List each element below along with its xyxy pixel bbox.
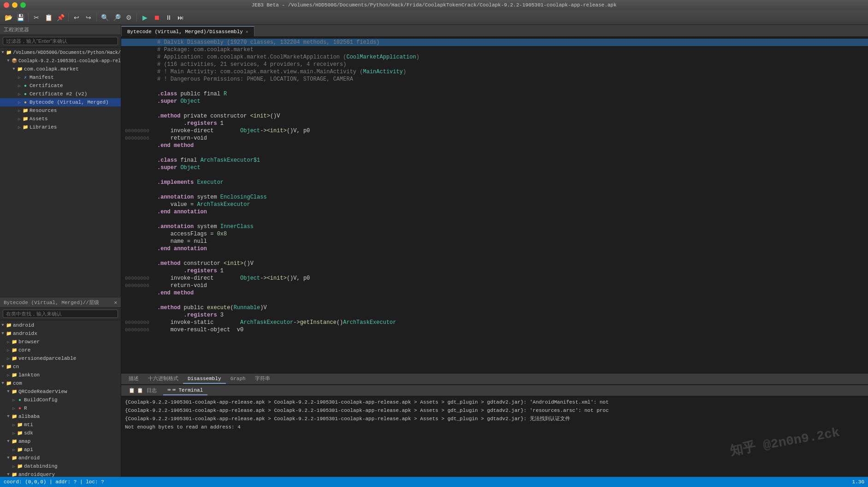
- list-item[interactable]: ▼ 📁 amap: [0, 437, 121, 446]
- list-item[interactable]: ▷ 📁 versionedparcelable: [0, 354, 121, 363]
- code-line: .end method: [121, 289, 868, 297]
- list-item[interactable]: ▷ 📁 browser: [0, 338, 121, 346]
- toolbar-paste[interactable]: 📌: [55, 12, 66, 23]
- sidebar2-search-input[interactable]: [3, 310, 118, 318]
- line-content: .annotation system EnclosingClass: [157, 194, 864, 201]
- line-content: invoke-static ArchTaskExecutor->getInsta…: [157, 319, 864, 326]
- folder-icon: 📁: [11, 372, 18, 378]
- tree-label: amap: [18, 439, 30, 444]
- tree-item-assets[interactable]: ▷ 📁 Assets: [0, 115, 121, 123]
- line-addr: [125, 76, 157, 83]
- tab-close-button[interactable]: ✕: [246, 29, 248, 35]
- toolbar-cut[interactable]: ✂: [31, 12, 42, 23]
- toolbar-pause[interactable]: ⏸: [163, 12, 174, 23]
- tree-toggle: ▷: [17, 116, 22, 122]
- list-item[interactable]: ▷ 📁 core: [0, 346, 121, 354]
- tree-label: android: [13, 323, 34, 328]
- code-line: [121, 105, 868, 112]
- tree-item-root[interactable]: ▼ 📁 /Volumes/HDD500G/Documents/Python/Ha…: [0, 48, 121, 57]
- maximize-button[interactable]: [20, 2, 26, 8]
- tree-toggle: ▷: [6, 356, 11, 361]
- code-line: [121, 216, 868, 223]
- line-addr: [125, 61, 157, 68]
- line-content: .end annotation: [157, 208, 864, 216]
- statusbar-right: 1.3G: [852, 479, 864, 485]
- folder-icon: 📁: [6, 322, 12, 329]
- list-item[interactable]: ▼ 📁 alibaba: [0, 412, 121, 421]
- list-item[interactable]: ▷ 📁 lankton: [0, 371, 121, 379]
- tab-label: Disassembly: [188, 376, 221, 381]
- tree-item-bytecode[interactable]: ▷ ● Bytecode (Virtual, Merged): [0, 98, 121, 106]
- list-item[interactable]: ▷ ● BuildConfig: [0, 396, 121, 404]
- tab-label: 十六进制格式: [148, 375, 178, 382]
- line-content: .super Object: [157, 164, 864, 171]
- list-item[interactable]: ▼ 📁 QRCodeReaderView: [0, 387, 121, 396]
- list-item[interactable]: ▷ 📁 mti: [0, 421, 121, 429]
- line-content: # (116 activities, 21 services, 4 provid…: [157, 61, 864, 68]
- code-line: 00000006 return-void: [121, 282, 868, 289]
- toolbar-zoom[interactable]: 🔎: [111, 12, 122, 23]
- list-item[interactable]: ▷ 📁 api: [0, 446, 121, 454]
- list-item[interactable]: ▷ 📁 databinding: [0, 462, 121, 470]
- tree-item-cert2[interactable]: ▷ ● Certificate #2 (v2): [0, 90, 121, 98]
- tree-label: core: [18, 347, 30, 353]
- terminal-output[interactable]: {Coolapk-9.2.2-1905301-coolapk-app-relea…: [121, 396, 868, 477]
- sidebar2-close[interactable]: ✕: [114, 299, 117, 305]
- list-item[interactable]: ▼ 📁 android: [0, 454, 121, 462]
- line-content: return-void: [157, 282, 864, 289]
- toolbar-open[interactable]: 📂: [3, 12, 14, 23]
- code-line: # Application: com.coolapk.market.CoolMa…: [121, 53, 868, 61]
- tree-label: browser: [18, 339, 40, 345]
- tree-toggle: ▼: [6, 414, 11, 419]
- folder-icon: 📁: [11, 455, 18, 461]
- tree-label: com.coolapk.market: [24, 66, 79, 72]
- list-item[interactable]: ▼ 📁 cn: [0, 363, 121, 371]
- code-line: [121, 252, 868, 260]
- tab-strings[interactable]: 字符串: [250, 375, 275, 384]
- tab-describe[interactable]: 描述: [124, 375, 143, 384]
- tab-log[interactable]: 📋 📋 日志: [124, 386, 161, 395]
- toolbar-save[interactable]: 💾: [15, 12, 26, 23]
- tree-item-resources[interactable]: ▷ 📁 Resources: [0, 106, 121, 115]
- tree-item-pkg[interactable]: ▼ 📁 com.coolapk.market: [0, 65, 121, 73]
- list-item[interactable]: ▼ 📁 androidquery: [0, 470, 121, 477]
- toolbar-stop[interactable]: ⏹: [151, 12, 162, 23]
- list-item[interactable]: ▼ 📁 android: [0, 321, 121, 329]
- line-content: .method constructor <init>()V: [157, 260, 864, 267]
- list-item[interactable]: ▷ 📁 sdk: [0, 429, 121, 437]
- code-line: [121, 171, 868, 179]
- toolbar-settings[interactable]: ⚙: [123, 12, 134, 23]
- toolbar-search[interactable]: 🔍: [99, 12, 110, 23]
- line-addr: [125, 223, 157, 230]
- code-line: 00000006 move-result-object v0: [121, 326, 868, 334]
- tab-disassembly-view[interactable]: Disassembly: [183, 375, 226, 384]
- toolbar-redo[interactable]: ↪: [83, 12, 94, 23]
- toolbar-undo[interactable]: ↩: [71, 12, 82, 23]
- tab-disassembly[interactable]: Bytecode (Virtual, Merged)/Disassembly ✕: [121, 26, 254, 36]
- line-content: invoke-direct Object-><init>()V, p0: [157, 275, 864, 282]
- line-content: [157, 171, 864, 179]
- tab-label: Graph: [230, 376, 246, 381]
- list-item[interactable]: ▼ 📁 androidx: [0, 329, 121, 338]
- list-item[interactable]: ▷ ● R: [0, 404, 121, 412]
- toolbar-copy[interactable]: 📋: [43, 12, 54, 23]
- code-editor[interactable]: # Dalvik Disassembly (19270 classes, 132…: [121, 37, 868, 374]
- sidebar-title: 工程浏览器: [4, 26, 29, 33]
- code-line: [121, 297, 868, 304]
- tab-hex[interactable]: 十六进制格式: [143, 375, 183, 384]
- code-line: .method constructor <init>()V: [121, 260, 868, 267]
- close-button[interactable]: [4, 2, 9, 8]
- line-content: # ! Dangerous Permissions: PHONE, LOCATI…: [157, 76, 864, 83]
- sidebar-search-input[interactable]: [3, 37, 118, 45]
- tree-item-manifest[interactable]: ▷ ✗ Manifest: [0, 73, 121, 82]
- tab-graph[interactable]: Graph: [226, 375, 250, 384]
- tree-item-cert[interactable]: ▷ ● Certificate: [0, 82, 121, 90]
- tree-item-apk[interactable]: ▼ 📦 Coolapk-9.2.2-1905301-coolapk-app-re…: [0, 57, 121, 65]
- list-item[interactable]: ▼ 📁 com: [0, 379, 121, 387]
- tree-item-libraries[interactable]: ▷ 📁 Libraries: [0, 123, 121, 131]
- toolbar-run[interactable]: ▶: [139, 12, 150, 23]
- minimize-button[interactable]: [12, 2, 18, 8]
- toolbar-step[interactable]: ⏭: [175, 12, 186, 23]
- line-addr: [125, 142, 157, 149]
- tab-terminal[interactable]: ⌨ ⌨ Terminal: [163, 386, 208, 395]
